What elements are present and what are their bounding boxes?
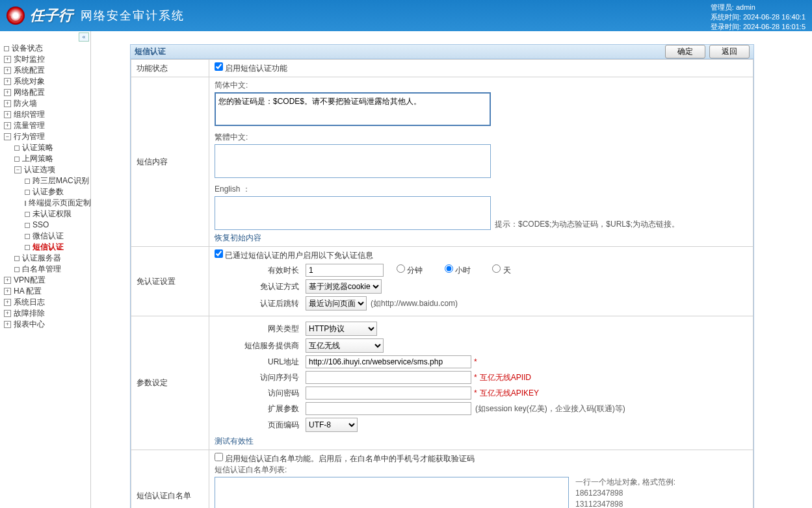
nav-item[interactable]: +系统日志 [4,297,90,308]
sequence-input[interactable] [306,371,471,384]
nav-item[interactable]: +流量管理 [4,120,90,131]
nav-link[interactable]: 系统日志 [14,297,45,308]
exempt-enable-checkbox[interactable] [215,249,223,258]
unit-hour-radio[interactable]: 小时 [445,266,471,275]
nav-link[interactable]: 跨三层MAC识别 [33,175,89,186]
sms-auth-panel: 短信认证 确定 返回 功能状态 启用短信认证功能 [130,44,754,508]
restore-default-link[interactable]: 恢复初始内容 [215,233,261,242]
nav-link[interactable]: 行为管理 [14,131,45,142]
nav-link[interactable]: SSO [33,220,49,231]
nav-link[interactable]: 流量管理 [14,120,45,131]
nav-item[interactable]: +防火墙 [4,98,90,109]
admin-label: 管理员: [711,3,734,11]
url-input[interactable] [306,355,471,368]
nav-item[interactable]: +组织管理 [4,109,90,120]
nav-item[interactable]: 认证服务器 [14,253,90,264]
nav-item[interactable]: SSO [25,220,90,231]
nav-link[interactable]: 故障排除 [14,308,45,319]
sequence-label: 访问序列号 [215,372,306,383]
nav-link[interactable]: 系统对象 [14,76,45,87]
exempt-enable-checkbox-label[interactable]: 已通过短信认证的用户启用以下免认证信息 [215,251,373,260]
nav-item[interactable]: 跨三层MAC识别 [25,175,90,186]
nav-link[interactable]: 认证参数 [33,186,64,197]
nav-link[interactable]: 认证服务器 [22,253,61,264]
nav-item[interactable]: 未认证权限 [25,209,90,220]
redirect-select[interactable]: 最近访问页面 [306,296,367,311]
nav-link[interactable]: 设备状态 [12,43,43,54]
nav-link[interactable]: 实时监控 [14,54,45,65]
nav-item[interactable]: −认证选项 [14,164,90,175]
sidebar-collapse-button[interactable]: « [79,32,89,42]
nav-item[interactable]: 终端提示页面定制 [25,197,90,209]
ok-button[interactable]: 确定 [665,45,705,58]
nav-item[interactable]: +系统配置 [4,65,90,76]
plus-icon: + [4,78,11,85]
nav-item[interactable]: 短信认证 [25,242,90,253]
logintime-label: 登录时间: [711,23,741,31]
nav-link[interactable]: VPN配置 [14,275,46,286]
enable-sms-checkbox[interactable] [215,62,223,71]
nav-link[interactable]: 终端提示页面定制 [29,197,91,209]
whitelist-enable-checkbox-label[interactable]: 启用短信认证白名单功能。启用后，在白名单中的手机号才能获取验证码 [215,454,475,463]
test-validity-link[interactable]: 测试有效性 [215,437,254,446]
valid-duration-input[interactable] [306,264,384,277]
panel-header: 短信认证 确定 返回 [131,45,753,59]
back-button[interactable]: 返回 [709,45,750,58]
nav-item[interactable]: 微信认证 [25,231,90,242]
provider-label: 短信服务提供商 [215,340,306,351]
enable-sms-checkbox-label[interactable]: 启用短信认证功能 [215,64,287,73]
plus-icon: + [4,122,11,129]
nav-item[interactable]: 白名单管理 [14,264,90,275]
url-label: URL地址 [215,357,306,368]
sms-template-en[interactable] [215,196,491,230]
square-icon [4,46,9,51]
nav-link[interactable]: 防火墙 [14,98,37,109]
nav-link[interactable]: 微信认证 [33,231,64,242]
encoding-select[interactable]: UTF-8 [306,418,358,432]
exempt-method-select[interactable]: 基于浏览器cookie [306,279,382,294]
sms-template-sc[interactable] [215,92,491,126]
nav-item[interactable]: +系统对象 [4,76,90,87]
gateway-type-select[interactable]: HTTP协议 [306,322,377,336]
nav-link[interactable]: 组织管理 [14,109,45,120]
nav-item[interactable]: +网络配置 [4,87,90,98]
whitelist-list-label: 短信认证白名单列表: [215,464,748,476]
square-icon [25,234,30,239]
square-icon [14,157,20,162]
nav-link[interactable]: 白名单管理 [22,264,61,275]
exempt-label: 免认证设置 [131,247,209,316]
nav-link[interactable]: 系统配置 [14,65,45,76]
nav-item[interactable]: +故障排除 [4,308,90,319]
minus-icon: − [14,166,21,173]
nav-item[interactable]: −行为管理 [4,131,90,142]
provider-select[interactable]: 互亿无线 [306,338,384,353]
whitelist-textarea[interactable] [215,477,569,508]
nav-item[interactable]: +VPN配置 [4,275,90,286]
nav-item[interactable]: 认证策略 [14,142,90,153]
nav-link[interactable]: 未认证权限 [33,209,72,220]
sms-template-tc[interactable] [215,144,491,178]
nav-item[interactable]: 认证参数 [25,186,90,197]
nav-item[interactable]: +实时监控 [4,54,90,65]
nav-link[interactable]: 上网策略 [22,153,53,164]
nav-link[interactable]: HA 配置 [14,286,42,297]
ext-param-input[interactable] [306,402,471,415]
systime-label: 系统时间: [711,13,741,21]
ext-param-hint: (如session key(亿美)，企业接入码(联通)等) [475,403,625,414]
unit-minute-radio[interactable]: 分钟 [397,266,423,275]
nav-link[interactable]: 认证选项 [24,164,55,175]
unit-day-radio[interactable]: 天 [492,266,510,275]
square-icon [25,223,30,228]
nav-link[interactable]: 短信认证 [33,242,64,253]
nav-item[interactable]: 上网策略 [14,153,90,164]
whitelist-enable-checkbox[interactable] [215,453,223,461]
nav-link[interactable]: 认证策略 [22,142,53,153]
app-header: 任子行 网络安全审计系统 管理员: admin 系统时间: 2024-06-28… [0,0,812,31]
square-icon [25,179,30,184]
nav-item[interactable]: 设备状态 [4,43,90,54]
nav-link[interactable]: 报表中心 [14,319,45,330]
nav-item[interactable]: +HA 配置 [4,286,90,297]
password-input[interactable] [306,387,471,400]
nav-link[interactable]: 网络配置 [14,87,45,98]
nav-item[interactable]: +报表中心 [4,319,90,330]
